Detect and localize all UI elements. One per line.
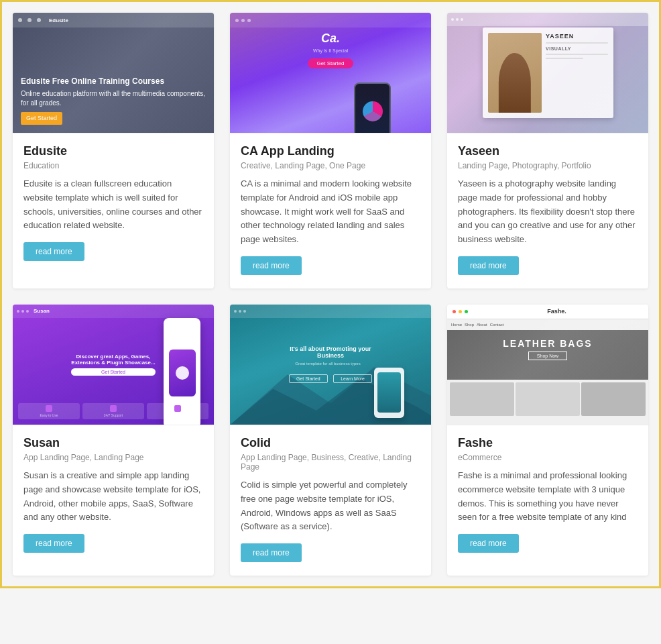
yaseen-divider-2	[546, 54, 607, 55]
colid-btn-2: Learn More	[333, 374, 372, 383]
susan-service-3: Fully Responsive	[147, 403, 208, 419]
card-body-colid: Colid App Landing Page, Business, Creati…	[230, 425, 431, 576]
thumb-nav-ca	[230, 13, 431, 28]
susan-service-icon-1	[46, 405, 52, 412]
card-desc-colid: Colid is simple yet powerful and complet…	[241, 478, 420, 534]
thumb-nav-susan: Susan	[13, 305, 214, 318]
susan-phone-inner	[169, 350, 196, 396]
susan-service-label-2: 24/7 Support	[84, 413, 142, 417]
card-categories-ca: Creative, Landing Page, One Page	[241, 161, 420, 170]
nav-dot-1	[18, 18, 22, 22]
thumb-colid: It's all about Promoting yourBusiness Gr…	[230, 305, 431, 425]
fashe-hero-title: LEATHER BAGS	[503, 338, 592, 349]
fashe-brand-logo: Fashe.	[547, 308, 566, 315]
thumb-edusite: Edusite Edusite Free Online Training Cou…	[13, 13, 214, 133]
susan-hero-title: Discover great Apps, Games,Extensions & …	[71, 354, 155, 366]
colid-btn-1: Get Started	[289, 374, 328, 383]
card-desc-susan: Susan is a creative and simple app landi…	[23, 469, 203, 525]
card-body-ca: CA App Landing Creative, Landing Page, O…	[230, 133, 431, 288]
yaseen-divider	[546, 42, 607, 44]
card-yaseen: YASEEN VISUALLY Yaseen Landing Page, Pho…	[447, 13, 648, 288]
yaseen-person	[499, 53, 531, 113]
read-more-button-fashe[interactable]: read more	[458, 534, 519, 553]
card-susan: Susan Discover great Apps, Games,Extensi…	[13, 305, 214, 576]
card-body-yaseen: Yaseen Landing Page, Photography, Portfo…	[447, 133, 648, 288]
read-more-button-ca[interactable]: read more	[241, 256, 302, 275]
thumb-cta-btn: Get Started	[21, 112, 62, 125]
fashe-product-3	[581, 382, 646, 416]
thumb-yaseen-inner: YASEEN VISUALLY	[483, 28, 613, 117]
card-body-fashe: Fashe eCommerce Fashe is a minimal and p…	[447, 425, 648, 566]
thumb-nav-yaseen	[447, 13, 648, 26]
susan-service-1: Easy to Use	[18, 403, 80, 419]
colid-hero-sub: Great template for all business types	[288, 362, 368, 366]
yaseen-line-3	[546, 58, 583, 59]
card-title-ca: CA App Landing	[241, 144, 420, 158]
colid-hero-title: It's all about Promoting yourBusiness	[288, 345, 373, 359]
fashe-browser-header: Fashe.	[447, 305, 648, 319]
thumb-ca-sub: Why Is It Special	[313, 48, 348, 53]
template-grid: Edusite Edusite Free Online Training Cou…	[13, 13, 648, 576]
fashe-nav-about: About	[477, 323, 487, 327]
susan-hero-btn: Get Started	[71, 368, 155, 376]
card-desc-ca: CA is a minimal and modern looking websi…	[241, 177, 420, 247]
card-categories-susan: App Landing Page, Landing Page	[23, 453, 203, 462]
thumb-nav-edusite: Edusite	[13, 13, 214, 28]
read-more-button-colid[interactable]: read more	[241, 543, 302, 562]
susan-service-2: 24/7 Support	[82, 403, 144, 419]
yaseen-brand-title: YASEEN	[546, 33, 607, 40]
col-dot-2	[239, 310, 241, 313]
ca-dot-3	[247, 19, 251, 22]
thumb-ca-phone	[354, 83, 391, 133]
fashe-hero-btn: Shop Now	[528, 352, 567, 360]
susan-service-icon-2	[110, 405, 117, 412]
sus-dot-3	[26, 310, 29, 313]
card-categories-edusite: Education	[23, 161, 203, 170]
susan-service-label-3: Fully Responsive	[149, 413, 206, 417]
susan-service-icon-3	[174, 405, 181, 412]
yaseen-tagline: VISUALLY	[546, 46, 607, 51]
yaseen-photo	[488, 33, 542, 112]
fashe-nav-home: Home	[451, 323, 462, 327]
col-dot-3	[243, 310, 246, 313]
fashe-dot-yellow	[459, 310, 462, 313]
yaseen-right: YASEEN VISUALLY	[546, 33, 607, 112]
thumb-nav-colid	[230, 305, 431, 318]
thumb-yaseen: YASEEN VISUALLY	[447, 13, 648, 133]
card-body-edusite: Edusite Education Edusite is a clean ful…	[13, 133, 214, 274]
card-title-yaseen: Yaseen	[458, 144, 638, 158]
card-desc-yaseen: Yaseen is a photography website landing …	[458, 177, 638, 247]
card-colid: It's all about Promoting yourBusiness Gr…	[230, 305, 431, 576]
fashe-nav-shop: Shop	[465, 323, 474, 327]
col-dot-1	[234, 310, 237, 313]
ca-dot-2	[241, 19, 245, 22]
read-more-button-susan[interactable]: read more	[23, 534, 84, 553]
sus-dot-1	[17, 310, 19, 313]
read-more-button-yaseen[interactable]: read more	[458, 256, 519, 275]
susan-hero-content: Discover great Apps, Games,Extensions & …	[71, 354, 155, 376]
card-categories-fashe: eCommerce	[458, 453, 638, 462]
sus-dot-2	[21, 310, 24, 313]
susan-services: Easy to Use 24/7 Support Fully Responsiv…	[18, 403, 208, 419]
card-fashe: Fashe. Home Shop About Contact LEATHER B…	[447, 305, 648, 576]
fashe-dot-green	[465, 310, 468, 313]
nav-dot-2	[27, 18, 32, 22]
fashe-nav-contact: Contact	[490, 323, 504, 327]
card-desc-edusite: Edusite is a clean fullscreen education …	[23, 177, 203, 233]
ca-dot-1	[235, 19, 239, 22]
thumb-logo-edusite: Edusite	[49, 17, 68, 23]
card-desc-fashe: Fashe is a minimal and professional look…	[458, 469, 638, 525]
colid-hero-content: It's all about Promoting yourBusiness Gr…	[288, 345, 373, 383]
card-ca: Ca. Why Is It Special Get Started CA App…	[230, 13, 431, 288]
thumb-ca-logo: Ca.	[321, 32, 340, 46]
fashe-product-1	[450, 382, 514, 416]
thumb-ca-cta: Get Started	[308, 58, 354, 68]
card-edusite: Edusite Edusite Free Online Training Cou…	[13, 13, 214, 288]
card-title-susan: Susan	[23, 436, 203, 450]
susan-service-label-1: Easy to Use	[20, 413, 78, 417]
card-body-susan: Susan App Landing Page, Landing Page Sus…	[13, 425, 214, 566]
thumb-fashe: Fashe. Home Shop About Contact LEATHER B…	[447, 305, 648, 425]
read-more-button-edusite[interactable]: read more	[23, 242, 84, 261]
thumb-ca: Ca. Why Is It Special Get Started	[230, 13, 431, 133]
fashe-products-row	[447, 380, 648, 419]
